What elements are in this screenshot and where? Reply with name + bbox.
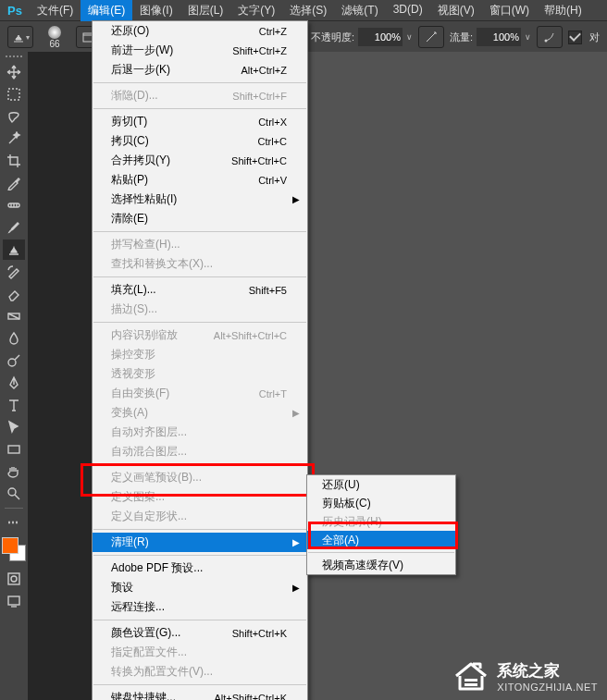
rectangle-tool[interactable] <box>3 439 25 460</box>
move-tool[interactable] <box>3 62 25 82</box>
menu-2[interactable]: 图像(I) <box>132 0 180 21</box>
edit-menu-item: 转换为配置文件(V)... <box>93 662 307 682</box>
menu-item-label: 还原(O) <box>111 23 149 39</box>
hand-tool[interactable] <box>3 461 25 482</box>
edit-menu-item[interactable]: 选择性粘贴(I)▶ <box>93 190 307 209</box>
edit-menu-item[interactable]: 前进一步(W)Shift+Ctrl+Z <box>93 41 307 60</box>
edit-menu-item[interactable]: 远程连接... <box>93 597 307 617</box>
menu-item-label: 粘贴(P) <box>111 172 148 188</box>
edit-menu-item[interactable]: 合并拷贝(Y)Shift+Ctrl+C <box>93 151 307 170</box>
edit-menu-item[interactable]: 还原(O)Ctrl+Z <box>93 21 307 41</box>
tools-panel: ⋯ <box>0 52 29 700</box>
menu-item-shortcut: Alt+Shift+Ctrl+K <box>214 693 287 701</box>
menu-0[interactable]: 文件(F) <box>30 0 81 21</box>
pressure-opacity-icon[interactable] <box>418 26 444 48</box>
edit-menu-item[interactable]: 键盘快捷键...Alt+Shift+Ctrl+K <box>93 688 307 700</box>
foreground-color-swatch[interactable] <box>2 537 19 554</box>
lasso-tool[interactable] <box>3 106 25 127</box>
svg-point-5 <box>8 359 16 366</box>
zoom-tool[interactable] <box>3 484 25 504</box>
purge-submenu-item[interactable]: 剪贴板(C) <box>307 494 455 512</box>
edit-menu-item[interactable]: 清除(E) <box>93 209 307 228</box>
airbrush-icon[interactable] <box>537 26 563 48</box>
watermark-text: 系统之家 <box>497 660 598 682</box>
purge-submenu-item[interactable]: 还原(U) <box>307 475 455 494</box>
type-tool[interactable] <box>3 395 25 415</box>
edit-menu-item: 描边(S)... <box>93 300 307 319</box>
house-icon <box>451 659 491 693</box>
flow-input[interactable] <box>477 28 521 46</box>
menu-separator <box>93 555 306 556</box>
menu-3[interactable]: 图层(L) <box>180 0 231 21</box>
svg-rect-12 <box>465 683 477 686</box>
menu-item-shortcut: Ctrl+T <box>259 388 287 399</box>
edit-menu-item[interactable]: 后退一步(K)Alt+Ctrl+Z <box>93 60 307 80</box>
menu-item-label: 预设 <box>111 580 133 596</box>
gradient-tool[interactable] <box>3 306 25 326</box>
edit-menu-item: 变换(A)▶ <box>93 403 307 423</box>
opacity-input[interactable] <box>358 28 403 46</box>
menu-1[interactable]: 编辑(E) <box>81 0 132 21</box>
menu-7[interactable]: 3D(D) <box>386 0 430 21</box>
edit-menu-item: 渐隐(D)...Shift+Ctrl+F <box>93 86 307 105</box>
edit-menu-item[interactable]: 粘贴(P)Ctrl+V <box>93 170 307 190</box>
menubar: Ps 文件(F)编辑(E)图像(I)图层(L)文字(Y)选择(S)滤镜(T)3D… <box>0 0 607 21</box>
menu-item-label: 选择性粘贴(I) <box>111 191 177 207</box>
menu-10[interactable]: 帮助(H) <box>537 0 589 21</box>
purge-submenu-item[interactable]: 视频高速缓存(V) <box>307 556 455 574</box>
screen-mode-toggle[interactable] <box>3 591 25 611</box>
menu-item-label: 后退一步(K) <box>111 62 170 78</box>
edit-menu-item[interactable]: 预设▶ <box>93 578 307 597</box>
menu-item-label: 拼写检查(H)... <box>111 237 180 252</box>
path-selection-tool[interactable] <box>3 417 25 437</box>
flow-label: 流量: <box>450 31 473 44</box>
edit-menu-item[interactable]: Adobe PDF 预设... <box>93 559 307 578</box>
magic-wand-tool[interactable] <box>3 129 25 149</box>
panel-grip-icon[interactable] <box>6 55 22 61</box>
menu-separator <box>308 552 454 553</box>
menu-item-label: 变换(A) <box>111 405 148 421</box>
blur-tool[interactable] <box>3 328 25 349</box>
color-swatches[interactable] <box>2 537 26 561</box>
brush-preview-icon <box>48 26 61 39</box>
edit-menu-item[interactable]: 清理(R)▶ <box>93 533 307 552</box>
eyedropper-tool[interactable] <box>3 173 25 193</box>
menu-6[interactable]: 滤镜(T) <box>334 0 385 21</box>
menu-item-label: 合并拷贝(Y) <box>111 153 170 168</box>
clone-stamp-tool[interactable] <box>3 239 25 260</box>
current-tool-preset[interactable]: ▾ <box>7 26 33 48</box>
edit-menu-item[interactable]: 填充(L)...Shift+F5 <box>93 280 307 300</box>
edit-menu-item: 透视变形 <box>93 364 307 384</box>
menu-8[interactable]: 视图(V) <box>430 0 482 21</box>
menu-item-shortcut: Ctrl+Z <box>259 26 287 37</box>
menu-4[interactable]: 文字(Y) <box>230 0 282 21</box>
aligned-checkbox[interactable] <box>568 31 582 44</box>
flow-control[interactable]: 流量: ∨ <box>450 28 531 46</box>
brush-tool[interactable] <box>3 217 25 238</box>
opacity-control[interactable]: 不透明度: ∨ <box>311 28 413 46</box>
crop-tool[interactable] <box>3 151 25 171</box>
pen-tool[interactable] <box>3 373 25 393</box>
brush-preset-picker[interactable]: 66 <box>39 24 70 50</box>
edit-menu-item[interactable]: 剪切(T)Ctrl+X <box>93 112 307 131</box>
history-brush-tool[interactable] <box>3 262 25 282</box>
menu-item-label: 剪切(T) <box>111 114 147 129</box>
eraser-tool[interactable] <box>3 284 25 304</box>
watermark: 系统之家 XITONGZHIJIA.NET <box>451 659 598 693</box>
quick-mask-toggle[interactable] <box>3 569 25 589</box>
marquee-tool[interactable] <box>3 84 25 104</box>
healing-brush-tool[interactable] <box>3 195 25 215</box>
purge-submenu-item[interactable]: 全部(A) <box>307 531 455 549</box>
edit-toolbar-icon[interactable]: ⋯ <box>3 512 25 533</box>
menu-item-shortcut: Shift+Ctrl+K <box>232 628 287 639</box>
submenu-arrow-icon: ▶ <box>292 194 300 204</box>
menu-5[interactable]: 选择(S) <box>282 0 334 21</box>
edit-menu-item: 操控变形 <box>93 345 307 364</box>
menu-9[interactable]: 窗口(W) <box>482 0 537 21</box>
menu-item-shortcut: Shift+Ctrl+C <box>231 155 287 166</box>
dodge-tool[interactable] <box>3 350 25 371</box>
edit-menu-item[interactable]: 颜色设置(G)...Shift+Ctrl+K <box>93 623 307 643</box>
edit-menu-item[interactable]: 拷贝(C)Ctrl+C <box>93 131 307 151</box>
edit-menu-item: 拼写检查(H)... <box>93 235 307 254</box>
svg-point-1 <box>545 40 548 43</box>
